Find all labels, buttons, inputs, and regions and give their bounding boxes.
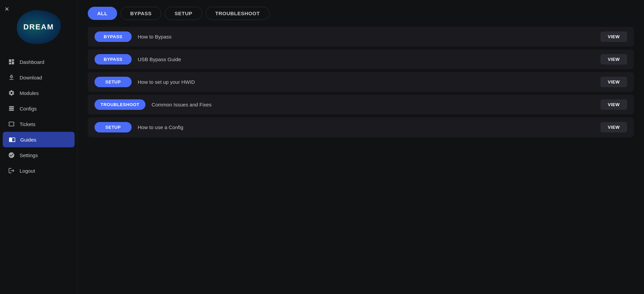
- nav-item-guides: Guides: [0, 132, 77, 147]
- sidebar-item-logout[interactable]: Logout: [0, 163, 77, 178]
- nav-list: Dashboard Download Modules: [0, 54, 77, 178]
- sidebar-item-guides[interactable]: Guides: [3, 132, 75, 147]
- sidebar: × DREAM Dashboard Download: [0, 0, 78, 294]
- dashboard-icon: [8, 58, 15, 65]
- sidebar-item-download[interactable]: Download: [0, 70, 77, 85]
- nav-item-dashboard: Dashboard: [0, 54, 77, 70]
- sidebar-label-modules: Modules: [20, 90, 39, 96]
- guide-title: How to use a Config: [138, 124, 594, 130]
- logo-blob: DREAM: [17, 10, 61, 44]
- filter-tab-setup[interactable]: SETUP: [165, 7, 202, 20]
- guide-title: How to set up your HWID: [138, 79, 594, 85]
- guide-badge-bypass: BYPASS: [95, 31, 132, 42]
- guide-title: Common Issues and Fixes: [152, 102, 594, 107]
- guide-row: BYPASS How to Bypass VIEW: [88, 27, 634, 47]
- filter-tab-troubleshoot[interactable]: TROUBLESHOOT: [206, 7, 270, 20]
- main-content: ALL BYPASS SETUP TROUBLESHOOT BYPASS How…: [78, 0, 644, 294]
- sidebar-item-modules[interactable]: Modules: [0, 85, 77, 101]
- nav-item-settings: Settings: [0, 147, 77, 163]
- nav-item-download: Download: [0, 70, 77, 85]
- guide-row: SETUP How to set up your HWID VIEW: [88, 72, 634, 92]
- sidebar-nav: Dashboard Download Modules: [0, 54, 77, 178]
- sidebar-label-dashboard: Dashboard: [20, 59, 44, 65]
- guide-row: BYPASS USB Bypass Guide VIEW: [88, 49, 634, 69]
- nav-item-modules: Modules: [0, 85, 77, 101]
- guide-row: TROUBLESHOOT Common Issues and Fixes VIE…: [88, 95, 634, 115]
- view-button[interactable]: VIEW: [600, 122, 627, 132]
- guides-icon: [9, 136, 16, 143]
- nav-item-tickets: Tickets: [0, 116, 77, 132]
- view-button[interactable]: VIEW: [600, 31, 627, 42]
- close-button[interactable]: ×: [5, 5, 9, 14]
- view-button[interactable]: VIEW: [600, 54, 627, 65]
- logo-area: DREAM: [0, 0, 77, 54]
- settings-icon: [8, 152, 15, 158]
- sidebar-label-configs: Configs: [20, 106, 37, 112]
- guide-title: How to Bypass: [138, 34, 594, 40]
- logout-icon: [8, 167, 15, 174]
- logo-text: DREAM: [23, 23, 54, 31]
- download-icon: [8, 74, 15, 81]
- filter-tab-bypass[interactable]: BYPASS: [120, 7, 162, 20]
- guide-row: SETUP How to use a Config VIEW: [88, 117, 634, 137]
- guide-list: BYPASS How to Bypass VIEW BYPASS USB Byp…: [88, 27, 634, 137]
- sidebar-item-dashboard[interactable]: Dashboard: [0, 54, 77, 70]
- sidebar-label-logout: Logout: [20, 168, 35, 174]
- sidebar-label-download: Download: [20, 75, 42, 80]
- nav-item-logout: Logout: [0, 163, 77, 178]
- view-button[interactable]: VIEW: [600, 77, 627, 87]
- filter-tabs: ALL BYPASS SETUP TROUBLESHOOT: [88, 7, 634, 20]
- guide-badge-troubleshoot: TROUBLESHOOT: [95, 99, 145, 110]
- guide-title: USB Bypass Guide: [138, 56, 594, 62]
- sidebar-item-configs[interactable]: Configs: [0, 101, 77, 116]
- configs-icon: [8, 105, 15, 112]
- sidebar-item-tickets[interactable]: Tickets: [0, 116, 77, 132]
- modules-icon: [8, 90, 15, 96]
- sidebar-item-settings[interactable]: Settings: [0, 147, 77, 163]
- guide-badge-setup: SETUP: [95, 77, 132, 87]
- sidebar-label-settings: Settings: [20, 152, 38, 158]
- filter-tab-all[interactable]: ALL: [88, 7, 117, 20]
- tickets-icon: [8, 121, 15, 127]
- view-button[interactable]: VIEW: [600, 99, 627, 110]
- nav-item-configs: Configs: [0, 101, 77, 116]
- guide-badge-setup: SETUP: [95, 122, 132, 132]
- sidebar-label-guides: Guides: [20, 137, 36, 143]
- sidebar-label-tickets: Tickets: [20, 121, 35, 127]
- guide-badge-bypass: BYPASS: [95, 54, 132, 65]
